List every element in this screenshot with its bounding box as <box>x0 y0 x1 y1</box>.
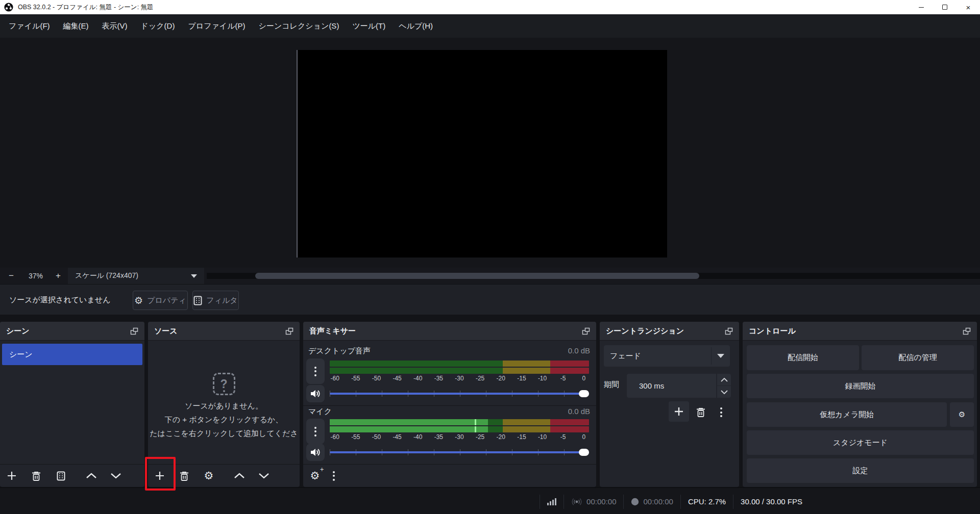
virtual-camera-settings-button[interactable]: ⚙ <box>950 402 974 427</box>
source-properties-button[interactable]: ⚙ <box>202 469 215 482</box>
properties-button[interactable]: ⚙ プロパティ <box>133 291 188 310</box>
popout-icon[interactable] <box>582 327 590 335</box>
popout-icon[interactable] <box>725 327 733 335</box>
menu-item-3[interactable]: ドック(D) <box>134 21 182 31</box>
scene-list-item-selected[interactable]: シーン <box>2 344 142 365</box>
preview-zoom-row: − 37% + スケール (724x407) <box>0 268 980 284</box>
title-bar: OBS 32.0.2 - プロファイル: 無題 - シーン: 無題 × <box>0 0 980 14</box>
mixer-channel-db: 0.0 dB <box>568 407 590 416</box>
preview-area[interactable] <box>0 38 980 268</box>
transition-dropdown[interactable]: フェード <box>604 345 730 367</box>
controls-dock: コントロール 配信開始 配信の管理 録画開始 仮想カメラ開始 ⚙ スタジオモード… <box>743 322 977 487</box>
scenes-dock-title: シーン <box>6 326 30 336</box>
transitions-dock: シーントランジション フェード 期間 300 ms <box>600 322 739 487</box>
volume-slider[interactable] <box>330 446 589 459</box>
filters-button-label: フィルタ <box>206 296 237 305</box>
menu-item-5[interactable]: シーンコレクション(S) <box>252 21 346 31</box>
cpu-usage: CPU: 2.7% <box>688 497 726 506</box>
duration-value: 300 ms <box>639 381 664 390</box>
mute-button[interactable] <box>306 444 325 461</box>
volume-slider[interactable] <box>330 387 589 400</box>
stream-timer: 00:00:00 <box>571 497 616 506</box>
scrollbar-handle[interactable] <box>255 273 699 279</box>
remove-scene-button[interactable] <box>30 469 43 482</box>
slider-handle[interactable] <box>579 390 589 397</box>
menu-item-1[interactable]: 編集(E) <box>57 21 95 31</box>
obs-logo-icon <box>4 3 13 12</box>
studio-mode-button[interactable]: スタジオモード <box>747 430 974 455</box>
sources-dock-header: ソース <box>148 322 300 341</box>
transition-properties-button[interactable] <box>720 407 722 417</box>
duration-label: 期間 <box>604 380 619 390</box>
transitions-dock-header: シーントランジション <box>600 322 739 341</box>
popout-icon[interactable] <box>963 327 971 335</box>
move-scene-down-button[interactable] <box>109 469 122 482</box>
menu-item-2[interactable]: 表示(V) <box>95 21 134 31</box>
popout-icon[interactable] <box>285 327 293 335</box>
start-recording-button[interactable]: 録画開始 <box>747 374 974 398</box>
sources-dock: ソース ? ソースがありません。 下の + ボタンをクリックするか、 たはここを… <box>148 322 300 487</box>
mute-button[interactable] <box>306 385 325 402</box>
mixer-channel-menu-button[interactable] <box>306 419 325 444</box>
zoom-in-button[interactable]: + <box>51 270 65 281</box>
mixer-menu-button[interactable] <box>333 471 335 481</box>
add-source-button[interactable] <box>153 469 166 482</box>
menu-item-0[interactable]: ファイル(F) <box>2 21 57 31</box>
advanced-audio-properties-button[interactable]: ⚙+ <box>308 469 322 482</box>
scenes-dock-header: シーン <box>0 322 144 341</box>
filters-button[interactable]: フィルタ <box>192 291 239 310</box>
move-source-down-button[interactable] <box>257 469 271 482</box>
scale-dropdown-value: スケール (724x407) <box>75 271 138 280</box>
maximize-button[interactable] <box>933 0 957 14</box>
add-transition-button[interactable] <box>669 401 689 422</box>
start-virtual-camera-button[interactable]: 仮想カメラ開始 <box>747 402 947 427</box>
source-context-toolbar: ソースが選択されていません ⚙ プロパティ フィルタ <box>0 284 980 315</box>
menu-item-7[interactable]: ヘルプ(H) <box>392 21 439 31</box>
add-scene-button[interactable] <box>5 469 18 482</box>
speaker-icon <box>310 448 321 457</box>
remove-transition-button[interactable] <box>694 405 707 419</box>
stream-timer-value: 00:00:00 <box>586 497 616 506</box>
remove-source-button[interactable] <box>178 469 191 482</box>
record-circle-icon <box>631 498 639 506</box>
preview-canvas[interactable] <box>297 50 667 258</box>
transitions-dock-title: シーントランジション <box>606 326 684 336</box>
menu-item-4[interactable]: プロファイル(P) <box>181 21 252 31</box>
duration-increment-button[interactable] <box>717 374 731 386</box>
scene-filters-button[interactable] <box>54 469 67 482</box>
start-streaming-button[interactable]: 配信開始 <box>747 345 859 370</box>
preview-horizontal-scrollbar[interactable] <box>207 273 980 279</box>
filter-icon <box>193 296 202 305</box>
fps-indicator: 30.00 / 30.00 FPS <box>741 497 802 506</box>
window-title: OBS 32.0.2 - プロファイル: 無題 - シーン: 無題 <box>18 3 154 12</box>
move-source-up-button[interactable] <box>233 469 246 482</box>
duration-decrement-button[interactable] <box>717 386 731 398</box>
scale-dropdown[interactable]: スケール (724x407) <box>68 268 204 284</box>
scenes-toolbar <box>0 464 144 487</box>
settings-button[interactable]: 設定 <box>747 458 974 483</box>
kebab-icon <box>314 367 316 376</box>
duration-input[interactable]: 300 ms <box>627 374 716 398</box>
scene-item-label: シーン <box>9 350 33 359</box>
mixer-dock-title: 音声ミキサー <box>309 326 356 336</box>
broadcast-icon <box>571 497 582 506</box>
minimize-button[interactable] <box>910 0 933 14</box>
sources-dock-title: ソース <box>154 326 178 336</box>
sources-toolbar: ⚙ <box>148 464 300 487</box>
mixer-channel-name: デスクトップ音声 <box>308 346 371 356</box>
record-timer-value: 00:00:00 <box>643 497 673 506</box>
record-timer: 00:00:00 <box>631 497 673 506</box>
manage-broadcast-button[interactable]: 配信の管理 <box>862 345 974 370</box>
maximize-icon <box>942 5 947 10</box>
popout-icon[interactable] <box>130 327 138 335</box>
close-button[interactable]: × <box>957 0 980 14</box>
slider-handle[interactable] <box>579 449 589 456</box>
mixer-channel-menu-button[interactable] <box>306 358 325 384</box>
zoom-out-button[interactable]: − <box>4 270 18 281</box>
gear-icon: ⚙ <box>134 296 143 305</box>
menu-item-6[interactable]: ツール(T) <box>346 21 392 31</box>
no-source-selected-label: ソースが選択されていません <box>9 285 111 315</box>
mixer-channel-name: マイク <box>308 407 332 417</box>
minimize-icon <box>919 7 924 8</box>
move-scene-up-button[interactable] <box>85 469 98 482</box>
